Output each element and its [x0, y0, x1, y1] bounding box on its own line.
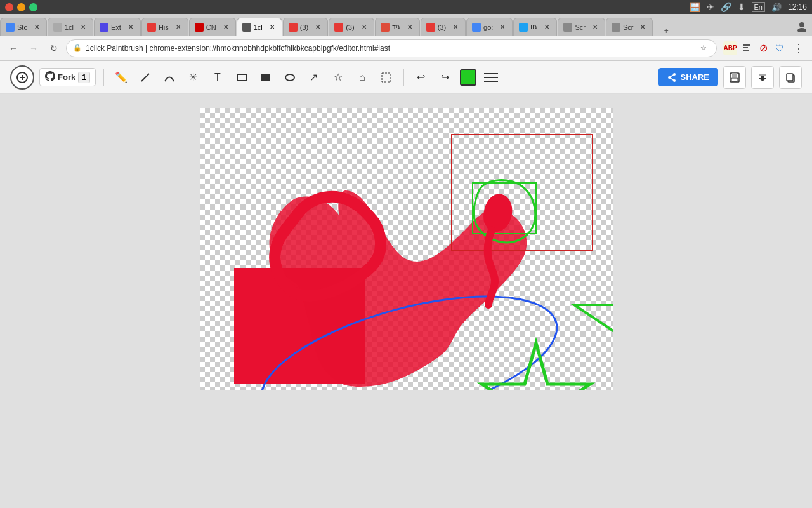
tab-close-yt1[interactable]: ✕ [313, 23, 322, 32]
fork-label: Fork [58, 72, 75, 82]
telegram-icon: ✈ [707, 2, 714, 12]
tab-favicon-scr2 [612, 23, 620, 32]
text-tool[interactable]: T [208, 68, 227, 87]
redo-button[interactable]: ↪ [436, 68, 455, 87]
tab-label-gmail: גיד [392, 23, 400, 31]
maximize-btn[interactable] [29, 3, 37, 11]
tab-favicon-scr1 [563, 23, 572, 32]
line-tool[interactable] [136, 68, 155, 87]
share-label: SHARE [680, 72, 709, 82]
house-tool[interactable]: ⌂ [353, 68, 372, 87]
tab-close-1cl-active[interactable]: ✕ [268, 23, 277, 32]
tab-favicon-yt3 [426, 23, 435, 32]
tab-yt3[interactable]: (3) ✕ [421, 18, 466, 36]
hamburger-line-2 [484, 77, 498, 78]
profile-icon[interactable] [792, 18, 812, 36]
canvas-checkerboard[interactable] [200, 108, 613, 390]
tab-label-yt2: (3) [346, 23, 354, 31]
tab-scr1[interactable]: Scr ✕ [558, 18, 605, 36]
ellipse-tool[interactable] [280, 68, 299, 87]
download-action-button[interactable] [751, 66, 774, 89]
green-star-large [574, 235, 613, 390]
tab-close-goo[interactable]: ✕ [498, 23, 507, 32]
tab-close-yt3[interactable]: ✕ [451, 23, 460, 32]
undo-button[interactable]: ↩ [412, 68, 431, 87]
forward-button[interactable]: → [25, 40, 42, 57]
tab-1cl-active[interactable]: 1cl ✕ [237, 18, 282, 36]
tab-twt[interactable]: גוו ✕ [513, 18, 557, 36]
star-tool[interactable]: ☆ [329, 68, 348, 87]
tab-label-yt1: (3) [300, 23, 308, 31]
back-button[interactable]: ← [5, 40, 22, 57]
tab-close-his[interactable]: ✕ [174, 23, 183, 32]
svg-rect-2 [743, 44, 750, 46]
tab-stc[interactable]: Stc ✕ [0, 18, 47, 36]
tab-goo[interactable]: go: ✕ [466, 18, 513, 36]
fork-area[interactable]: Fork 1 [39, 68, 96, 86]
tab-close-scr2[interactable]: ✕ [638, 23, 647, 32]
star-icon[interactable]: ☆ [697, 42, 710, 55]
tab-ext[interactable]: Ext ✕ [94, 18, 141, 36]
tab-favicon-stc [6, 23, 15, 32]
chrome-menu-button[interactable]: ⋮ [790, 40, 807, 57]
tab-cn[interactable]: CN ✕ [189, 18, 236, 36]
block-ext-icon[interactable]: ⊘ [756, 41, 770, 55]
tab-scr2[interactable]: Scr ✕ [606, 18, 653, 36]
rect-outline-icon [236, 72, 247, 83]
tab-gmail[interactable]: גיד ✕ [375, 18, 420, 36]
svg-rect-19 [732, 73, 737, 77]
share-button[interactable]: SHARE [658, 68, 718, 86]
select-tool[interactable] [377, 68, 396, 87]
tab-favicon-yt2 [334, 23, 343, 32]
reader-ext-icon[interactable] [740, 41, 754, 55]
svg-point-1 [797, 28, 806, 32]
tab-close-1cl[interactable]: ✕ [79, 23, 88, 32]
close-btn[interactable] [5, 3, 13, 11]
download-icon: ⬇ [738, 2, 745, 12]
menu-hamburger-button[interactable] [481, 68, 501, 87]
tab-1cl[interactable]: 1cl ✕ [48, 18, 93, 36]
lock-icon: 🔒 [73, 44, 82, 52]
svg-rect-3 [743, 47, 748, 48]
window-controls [5, 3, 37, 11]
rect-fill-tool[interactable] [256, 68, 275, 87]
svg-line-16 [669, 74, 674, 77]
tab-close-scr1[interactable]: ✕ [591, 23, 599, 32]
link-icon: 🔗 [721, 2, 731, 12]
address-box[interactable]: 🔒 1click Paintbrush | chrome-extension:/… [66, 39, 717, 57]
select-icon [381, 72, 392, 83]
spray-tool[interactable]: ✳ [184, 68, 203, 87]
main-canvas-area[interactable] [0, 94, 812, 508]
tab-close-cn[interactable]: ✕ [221, 23, 230, 32]
tab-favicon-yt1 [289, 23, 298, 32]
tab-yt2[interactable]: (3) ✕ [329, 18, 374, 36]
pencil-tool[interactable]: ✏️ [112, 68, 131, 87]
tab-favicon-twt [519, 23, 528, 32]
tab-close-yt2[interactable]: ✕ [360, 23, 369, 32]
share-icon [667, 73, 676, 82]
tab-favicon-cn [195, 23, 204, 32]
tab-close-gmail[interactable]: ✕ [405, 23, 414, 32]
new-tab-btn[interactable]: + [653, 27, 679, 36]
user-icon [796, 21, 808, 32]
tab-close-ext[interactable]: ✕ [126, 23, 135, 32]
rect-outline-tool[interactable] [232, 68, 251, 87]
arrow-tool[interactable]: ↗ [304, 68, 324, 87]
tab-yt1[interactable]: (3) ✕ [283, 18, 328, 36]
tab-close-stc[interactable]: ✕ [32, 23, 41, 32]
tab-favicon-goo [472, 23, 481, 32]
github-icon [45, 71, 55, 83]
minimize-btn[interactable] [17, 3, 25, 11]
drawing-svg [200, 108, 613, 390]
curve-tool[interactable] [160, 68, 179, 87]
abp-ext-icon[interactable]: ABP [723, 41, 737, 55]
tab-his[interactable]: His ✕ [141, 18, 188, 36]
tab-close-twt[interactable]: ✕ [542, 23, 551, 32]
refresh-button[interactable]: ↻ [46, 40, 62, 57]
logo-button[interactable] [10, 65, 34, 90]
ellipse-icon [284, 72, 296, 83]
copy-action-button[interactable] [779, 66, 802, 89]
color-swatch[interactable] [460, 69, 476, 86]
shield-ext-icon[interactable]: 🛡 [773, 41, 787, 55]
save-action-button[interactable] [723, 66, 746, 89]
